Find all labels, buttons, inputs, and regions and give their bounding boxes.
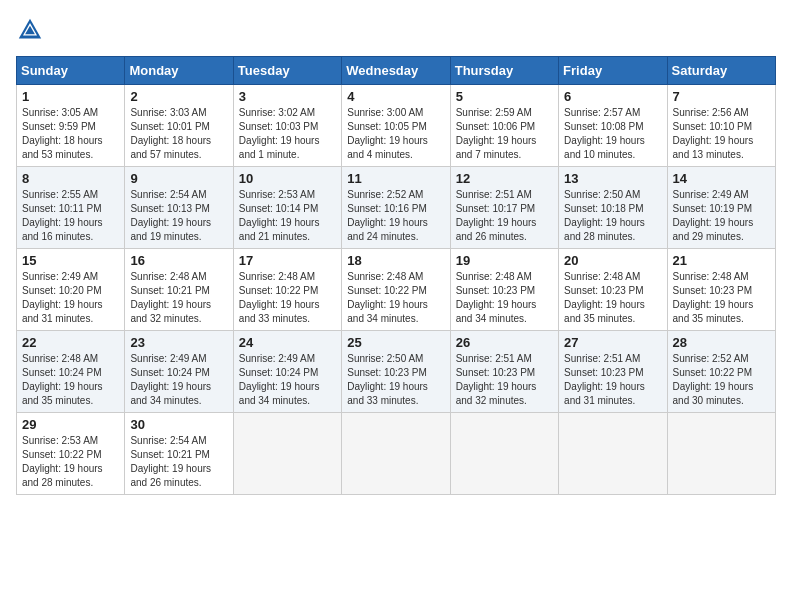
calendar-cell: 7 Sunrise: 2:56 AM Sunset: 10:10 PM Dayl… [667, 85, 775, 167]
day-info: Sunrise: 2:52 AM Sunset: 10:22 PM Daylig… [673, 352, 770, 408]
day-number: 1 [22, 89, 119, 104]
calendar-cell [233, 413, 341, 495]
col-header-saturday: Saturday [667, 57, 775, 85]
day-info: Sunrise: 2:51 AM Sunset: 10:23 PM Daylig… [564, 352, 661, 408]
calendar-cell: 27 Sunrise: 2:51 AM Sunset: 10:23 PM Day… [559, 331, 667, 413]
col-header-tuesday: Tuesday [233, 57, 341, 85]
calendar-cell: 5 Sunrise: 2:59 AM Sunset: 10:06 PM Dayl… [450, 85, 558, 167]
calendar-cell: 21 Sunrise: 2:48 AM Sunset: 10:23 PM Day… [667, 249, 775, 331]
day-info: Sunrise: 2:53 AM Sunset: 10:14 PM Daylig… [239, 188, 336, 244]
logo [16, 16, 48, 44]
calendar-header-row: SundayMondayTuesdayWednesdayThursdayFrid… [17, 57, 776, 85]
calendar-cell: 11 Sunrise: 2:52 AM Sunset: 10:16 PM Day… [342, 167, 450, 249]
calendar-cell: 17 Sunrise: 2:48 AM Sunset: 10:22 PM Day… [233, 249, 341, 331]
day-info: Sunrise: 2:50 AM Sunset: 10:23 PM Daylig… [347, 352, 444, 408]
calendar-cell: 6 Sunrise: 2:57 AM Sunset: 10:08 PM Dayl… [559, 85, 667, 167]
day-info: Sunrise: 2:48 AM Sunset: 10:23 PM Daylig… [456, 270, 553, 326]
calendar-cell: 18 Sunrise: 2:48 AM Sunset: 10:22 PM Day… [342, 249, 450, 331]
calendar-week-row: 1 Sunrise: 3:05 AM Sunset: 9:59 PM Dayli… [17, 85, 776, 167]
calendar-table: SundayMondayTuesdayWednesdayThursdayFrid… [16, 56, 776, 495]
calendar-cell: 29 Sunrise: 2:53 AM Sunset: 10:22 PM Day… [17, 413, 125, 495]
day-number: 17 [239, 253, 336, 268]
calendar-cell: 19 Sunrise: 2:48 AM Sunset: 10:23 PM Day… [450, 249, 558, 331]
day-number: 18 [347, 253, 444, 268]
day-number: 14 [673, 171, 770, 186]
col-header-monday: Monday [125, 57, 233, 85]
day-number: 26 [456, 335, 553, 350]
day-number: 4 [347, 89, 444, 104]
day-number: 12 [456, 171, 553, 186]
calendar-week-row: 22 Sunrise: 2:48 AM Sunset: 10:24 PM Day… [17, 331, 776, 413]
calendar-cell: 2 Sunrise: 3:03 AM Sunset: 10:01 PM Dayl… [125, 85, 233, 167]
calendar-cell [342, 413, 450, 495]
calendar-cell: 30 Sunrise: 2:54 AM Sunset: 10:21 PM Day… [125, 413, 233, 495]
day-info: Sunrise: 2:54 AM Sunset: 10:13 PM Daylig… [130, 188, 227, 244]
calendar-cell: 8 Sunrise: 2:55 AM Sunset: 10:11 PM Dayl… [17, 167, 125, 249]
calendar-cell [450, 413, 558, 495]
calendar-cell: 23 Sunrise: 2:49 AM Sunset: 10:24 PM Day… [125, 331, 233, 413]
calendar-cell: 3 Sunrise: 3:02 AM Sunset: 10:03 PM Dayl… [233, 85, 341, 167]
calendar-week-row: 29 Sunrise: 2:53 AM Sunset: 10:22 PM Day… [17, 413, 776, 495]
calendar-cell: 28 Sunrise: 2:52 AM Sunset: 10:22 PM Day… [667, 331, 775, 413]
col-header-thursday: Thursday [450, 57, 558, 85]
day-number: 19 [456, 253, 553, 268]
day-number: 11 [347, 171, 444, 186]
col-header-sunday: Sunday [17, 57, 125, 85]
day-number: 6 [564, 89, 661, 104]
calendar-cell: 15 Sunrise: 2:49 AM Sunset: 10:20 PM Day… [17, 249, 125, 331]
day-info: Sunrise: 2:59 AM Sunset: 10:06 PM Daylig… [456, 106, 553, 162]
calendar-cell: 4 Sunrise: 3:00 AM Sunset: 10:05 PM Dayl… [342, 85, 450, 167]
day-number: 23 [130, 335, 227, 350]
day-info: Sunrise: 2:49 AM Sunset: 10:19 PM Daylig… [673, 188, 770, 244]
day-number: 5 [456, 89, 553, 104]
day-number: 29 [22, 417, 119, 432]
calendar-cell: 22 Sunrise: 2:48 AM Sunset: 10:24 PM Day… [17, 331, 125, 413]
day-info: Sunrise: 2:49 AM Sunset: 10:24 PM Daylig… [130, 352, 227, 408]
day-number: 9 [130, 171, 227, 186]
calendar-cell: 16 Sunrise: 2:48 AM Sunset: 10:21 PM Day… [125, 249, 233, 331]
day-info: Sunrise: 2:48 AM Sunset: 10:24 PM Daylig… [22, 352, 119, 408]
day-number: 15 [22, 253, 119, 268]
day-number: 27 [564, 335, 661, 350]
calendar-cell [559, 413, 667, 495]
day-info: Sunrise: 2:51 AM Sunset: 10:17 PM Daylig… [456, 188, 553, 244]
day-info: Sunrise: 3:00 AM Sunset: 10:05 PM Daylig… [347, 106, 444, 162]
calendar-cell: 1 Sunrise: 3:05 AM Sunset: 9:59 PM Dayli… [17, 85, 125, 167]
day-info: Sunrise: 2:48 AM Sunset: 10:21 PM Daylig… [130, 270, 227, 326]
day-number: 16 [130, 253, 227, 268]
calendar-week-row: 8 Sunrise: 2:55 AM Sunset: 10:11 PM Dayl… [17, 167, 776, 249]
day-info: Sunrise: 2:50 AM Sunset: 10:18 PM Daylig… [564, 188, 661, 244]
calendar-cell: 13 Sunrise: 2:50 AM Sunset: 10:18 PM Day… [559, 167, 667, 249]
day-info: Sunrise: 2:49 AM Sunset: 10:20 PM Daylig… [22, 270, 119, 326]
day-info: Sunrise: 2:48 AM Sunset: 10:22 PM Daylig… [347, 270, 444, 326]
day-number: 7 [673, 89, 770, 104]
day-number: 28 [673, 335, 770, 350]
day-number: 20 [564, 253, 661, 268]
day-info: Sunrise: 2:51 AM Sunset: 10:23 PM Daylig… [456, 352, 553, 408]
calendar-cell: 14 Sunrise: 2:49 AM Sunset: 10:19 PM Day… [667, 167, 775, 249]
day-number: 13 [564, 171, 661, 186]
day-info: Sunrise: 3:05 AM Sunset: 9:59 PM Dayligh… [22, 106, 119, 162]
day-info: Sunrise: 2:48 AM Sunset: 10:23 PM Daylig… [564, 270, 661, 326]
calendar-cell [667, 413, 775, 495]
calendar-cell: 25 Sunrise: 2:50 AM Sunset: 10:23 PM Day… [342, 331, 450, 413]
page-header [16, 16, 776, 44]
day-info: Sunrise: 3:02 AM Sunset: 10:03 PM Daylig… [239, 106, 336, 162]
calendar-week-row: 15 Sunrise: 2:49 AM Sunset: 10:20 PM Day… [17, 249, 776, 331]
day-number: 10 [239, 171, 336, 186]
calendar-cell: 20 Sunrise: 2:48 AM Sunset: 10:23 PM Day… [559, 249, 667, 331]
day-number: 22 [22, 335, 119, 350]
day-number: 30 [130, 417, 227, 432]
day-number: 3 [239, 89, 336, 104]
calendar-cell: 12 Sunrise: 2:51 AM Sunset: 10:17 PM Day… [450, 167, 558, 249]
day-info: Sunrise: 2:54 AM Sunset: 10:21 PM Daylig… [130, 434, 227, 490]
day-number: 2 [130, 89, 227, 104]
logo-icon [16, 16, 44, 44]
calendar-cell: 10 Sunrise: 2:53 AM Sunset: 10:14 PM Day… [233, 167, 341, 249]
day-number: 21 [673, 253, 770, 268]
day-info: Sunrise: 2:49 AM Sunset: 10:24 PM Daylig… [239, 352, 336, 408]
day-info: Sunrise: 2:56 AM Sunset: 10:10 PM Daylig… [673, 106, 770, 162]
col-header-wednesday: Wednesday [342, 57, 450, 85]
calendar-cell: 9 Sunrise: 2:54 AM Sunset: 10:13 PM Dayl… [125, 167, 233, 249]
day-number: 24 [239, 335, 336, 350]
